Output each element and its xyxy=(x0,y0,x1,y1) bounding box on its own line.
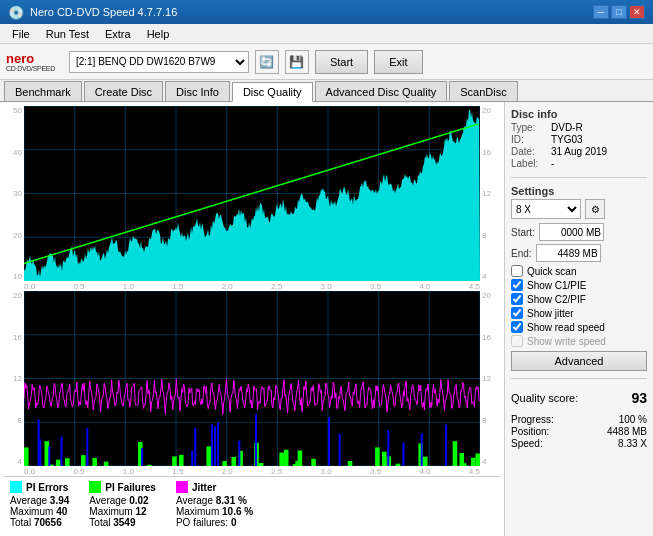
pi-errors-total: Total 70656 xyxy=(10,517,69,528)
right-panel: Disc info Type: DVD-R ID: TYG03 Date: 31… xyxy=(505,102,653,536)
show-c2-pif-row: Show C2/PIF xyxy=(511,293,647,305)
progress-section: Progress: 100 % Position: 4488 MB Speed:… xyxy=(511,414,647,450)
quality-score-row: Quality score: 93 xyxy=(511,390,647,406)
settings-section: Settings 8 X ⚙ Start: End: Quick scan xyxy=(511,185,647,371)
show-read-speed-checkbox[interactable] xyxy=(511,321,523,333)
tab-advanced-disc-quality[interactable]: Advanced Disc Quality xyxy=(315,81,448,101)
jitter-avg: Average 8.31 % xyxy=(176,495,253,506)
start-button[interactable]: Start xyxy=(315,50,368,74)
chart1-canvas-area xyxy=(24,106,480,281)
disc-id-row: ID: TYG03 xyxy=(511,134,647,145)
chart2-y-axis-right: 20 16 12 8 4 xyxy=(480,291,500,466)
tab-create-disc[interactable]: Create Disc xyxy=(84,81,163,101)
show-c1-pie-checkbox[interactable] xyxy=(511,279,523,291)
chart2-canvas xyxy=(24,291,480,466)
show-c1-pie-row: Show C1/PIE xyxy=(511,279,647,291)
speed-select[interactable]: 8 X xyxy=(511,199,581,219)
quick-scan-row: Quick scan xyxy=(511,265,647,277)
disc-date-row: Date: 31 Aug 2019 xyxy=(511,146,647,157)
jitter-color xyxy=(176,481,188,493)
advanced-button[interactable]: Advanced xyxy=(511,351,647,371)
logo: nero CD·DVD/SPEED xyxy=(6,52,55,72)
pi-errors-color xyxy=(10,481,22,493)
jitter-max: Maximum 10.6 % xyxy=(176,506,253,517)
pi-errors-avg: Average 3.94 xyxy=(10,495,69,506)
exit-button[interactable]: Exit xyxy=(374,50,422,74)
minimize-button[interactable]: ─ xyxy=(593,5,609,19)
refresh-button[interactable]: 🔄 xyxy=(255,50,279,74)
app-title: Nero CD-DVD Speed 4.7.7.16 xyxy=(30,6,177,18)
drive-select[interactable]: [2:1] BENQ DD DW1620 B7W9 xyxy=(69,51,249,73)
tab-benchmark[interactable]: Benchmark xyxy=(4,81,82,101)
tab-disc-info[interactable]: Disc Info xyxy=(165,81,230,101)
show-write-speed-checkbox xyxy=(511,335,523,347)
menu-file[interactable]: File xyxy=(4,26,38,42)
close-button[interactable]: ✕ xyxy=(629,5,645,19)
show-read-speed-row: Show read speed xyxy=(511,321,647,333)
logo-text: nero xyxy=(6,52,55,65)
chart2-y-axis-left: 20 16 12 8 4 xyxy=(4,291,24,466)
end-mb-input[interactable] xyxy=(536,244,601,262)
quick-scan-checkbox[interactable] xyxy=(511,265,523,277)
progress-row: Progress: 100 % xyxy=(511,414,647,425)
settings-icon-button[interactable]: ⚙ xyxy=(585,199,605,219)
main-content: 50 40 30 20 10 20 16 12 8 4 0.0 xyxy=(0,102,653,536)
disc-type-row: Type: DVD-R xyxy=(511,122,647,133)
chart-area: 50 40 30 20 10 20 16 12 8 4 0.0 xyxy=(0,102,505,536)
position-row: Position: 4488 MB xyxy=(511,426,647,437)
chart1-x-axis: 0.0 0.5 1.0 1.5 2.0 2.5 3.0 3.5 4.0 4.5 xyxy=(4,282,500,291)
speed-row: 8 X ⚙ xyxy=(511,199,647,219)
menu-run-test[interactable]: Run Test xyxy=(38,26,97,42)
disc-info-section: Disc info Type: DVD-R ID: TYG03 Date: 31… xyxy=(511,108,647,170)
menu-extra[interactable]: Extra xyxy=(97,26,139,42)
start-mb-row: Start: xyxy=(511,223,647,241)
chart1-y-axis-left: 50 40 30 20 10 xyxy=(4,106,24,281)
pi-errors-label: PI Errors xyxy=(26,482,68,493)
quality-score-value: 93 xyxy=(631,390,647,406)
show-c2-pif-checkbox[interactable] xyxy=(511,293,523,305)
jitter-label: Jitter xyxy=(192,482,216,493)
jitter-po-failures: PO failures: 0 xyxy=(176,517,253,528)
logo-sub: CD·DVD/SPEED xyxy=(6,65,55,72)
divider-1 xyxy=(511,177,647,178)
menu-help[interactable]: Help xyxy=(139,26,178,42)
chart1-canvas xyxy=(24,106,480,281)
chart2-x-axis: 0.0 0.5 1.0 1.5 2.0 2.5 3.0 3.5 4.0 4.5 xyxy=(4,467,500,476)
disc-label-row: Label: - xyxy=(511,158,647,169)
legend-area: PI Errors Average 3.94 Maximum 40 Total … xyxy=(4,476,500,532)
maximize-button[interactable]: □ xyxy=(611,5,627,19)
legend-jitter: Jitter Average 8.31 % Maximum 10.6 % PO … xyxy=(176,481,253,528)
pi-failures-max: Maximum 12 xyxy=(89,506,156,517)
quality-score-label: Quality score: xyxy=(511,392,578,404)
show-jitter-checkbox[interactable] xyxy=(511,307,523,319)
title-bar: 💿 Nero CD-DVD Speed 4.7.7.16 ─ □ ✕ xyxy=(0,0,653,24)
chart1-y-axis-right: 20 16 12 8 4 xyxy=(480,106,500,281)
pi-failures-avg: Average 0.02 xyxy=(89,495,156,506)
show-jitter-row: Show jitter xyxy=(511,307,647,319)
settings-title: Settings xyxy=(511,185,647,197)
start-mb-input[interactable] xyxy=(539,223,604,241)
save-button[interactable]: 💾 xyxy=(285,50,309,74)
pi-failures-total: Total 3549 xyxy=(89,517,156,528)
show-write-speed-row: Show write speed xyxy=(511,335,647,347)
pi-failures-label: PI Failures xyxy=(105,482,156,493)
end-mb-row: End: xyxy=(511,244,647,262)
legend-pi-failures: PI Failures Average 0.02 Maximum 12 Tota… xyxy=(89,481,156,528)
legend-pi-errors: PI Errors Average 3.94 Maximum 40 Total … xyxy=(10,481,69,528)
tab-bar: Benchmark Create Disc Disc Info Disc Qua… xyxy=(0,80,653,102)
tab-scandisc[interactable]: ScanDisc xyxy=(449,81,517,101)
disc-info-title: Disc info xyxy=(511,108,647,120)
divider-2 xyxy=(511,378,647,379)
toolbar: nero CD·DVD/SPEED [2:1] BENQ DD DW1620 B… xyxy=(0,44,653,80)
speed-row-quality: Speed: 8.33 X xyxy=(511,438,647,449)
window-controls: ─ □ ✕ xyxy=(593,5,645,19)
menu-bar: File Run Test Extra Help xyxy=(0,24,653,44)
pi-failures-color xyxy=(89,481,101,493)
tab-disc-quality[interactable]: Disc Quality xyxy=(232,82,313,102)
chart2-canvas-area xyxy=(24,291,480,466)
pi-errors-max: Maximum 40 xyxy=(10,506,69,517)
